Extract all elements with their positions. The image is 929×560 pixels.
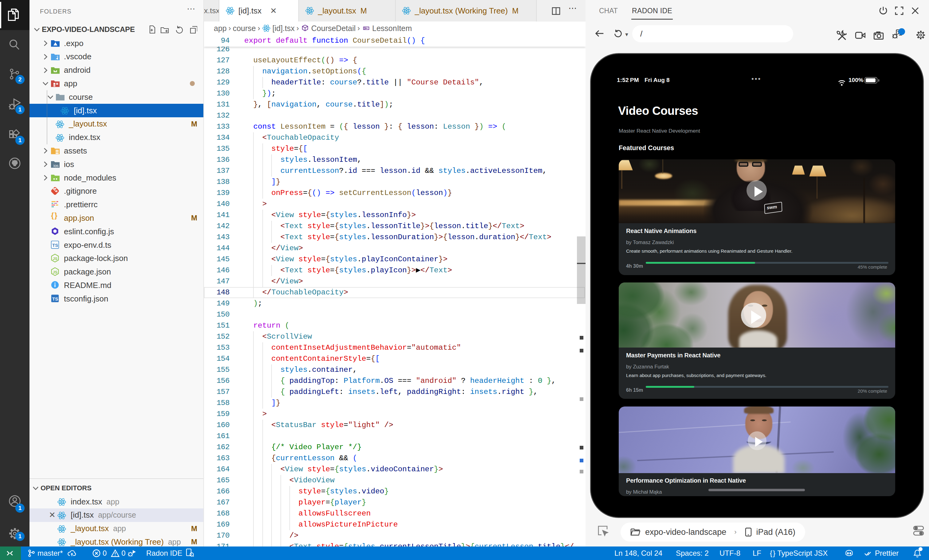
svg-text:ios: ios [54, 163, 59, 168]
svg-text:TS: TS [52, 296, 58, 301]
svg-text:JS: JS [53, 256, 57, 261]
svg-text:JS: JS [53, 270, 57, 274]
svg-text:TS: TS [52, 243, 58, 248]
